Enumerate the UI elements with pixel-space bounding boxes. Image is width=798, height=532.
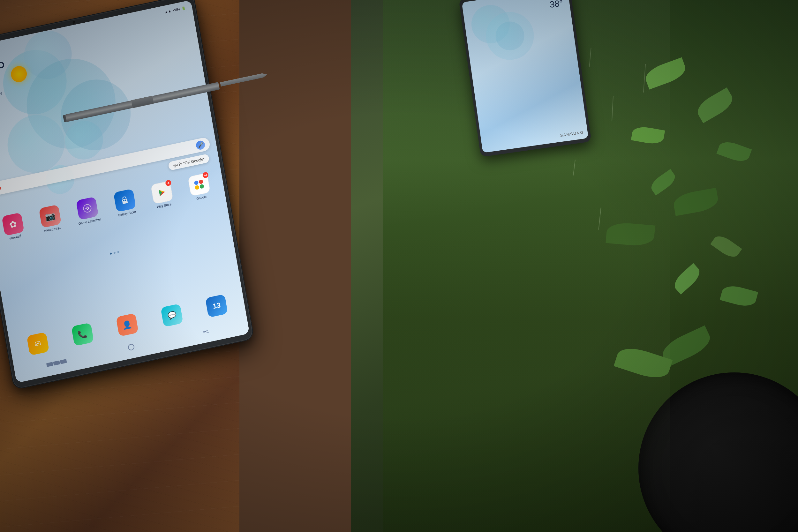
- signal-icon: ▲▲: [164, 9, 171, 14]
- calendar-icon-date: 13: [212, 301, 221, 311]
- app-galaxy-store[interactable]: Galaxy Store: [111, 188, 140, 218]
- google-logo: G: [0, 184, 1, 192]
- home-circle-icon: [127, 343, 135, 351]
- nav-back-button[interactable]: [200, 325, 211, 337]
- play-store-svg: [156, 186, 168, 198]
- app-gallery[interactable]: ✿ แกลเลอรี่: [0, 212, 28, 242]
- secondary-tablet: 38° SAMSUNG: [459, 0, 591, 157]
- app-google[interactable]: 44 Google: [185, 172, 214, 202]
- secondary-tablet-screen: 38°: [462, 0, 589, 153]
- google-dot-blue: [194, 180, 199, 185]
- camera-icon-glyph: 📷: [44, 210, 56, 222]
- leaf-1: [694, 88, 736, 123]
- google-app-label: Google: [196, 195, 207, 201]
- chat-icon-glyph: 💬: [167, 310, 177, 320]
- app-play-store[interactable]: 4 Play Store: [148, 180, 177, 210]
- camera-icon[interactable]: 📷: [39, 205, 61, 228]
- scene-background: 38° SAMSUNG 10:18: [0, 0, 798, 532]
- voice-search-button[interactable]: 🎤: [195, 140, 206, 150]
- gallery-label: แกลเลอรี่: [9, 234, 21, 241]
- app-camera[interactable]: 📷 กล้องถ่ายรูป: [36, 204, 65, 234]
- phone-icon[interactable]: 📞: [71, 323, 94, 346]
- game-launcher-svg: [82, 203, 93, 214]
- back-chevron-icon: [203, 330, 208, 333]
- nav-home-button[interactable]: [126, 341, 137, 353]
- page-dot-1: [110, 252, 112, 255]
- leaf-4: [710, 232, 742, 261]
- google-dot-yellow: [195, 185, 200, 190]
- svg-point-2: [88, 207, 89, 209]
- svg-point-3: [87, 206, 88, 208]
- leaf-11: [648, 169, 678, 195]
- messages-icon-glyph: ✉: [34, 339, 41, 349]
- raindrop-3: [573, 159, 575, 175]
- page-dot-3: [117, 251, 119, 253]
- google-dots-icon: [194, 179, 204, 190]
- leaf-12: [606, 222, 655, 247]
- plant-leaves-area: [383, 0, 798, 532]
- contacts-icon[interactable]: 👤: [116, 313, 138, 337]
- front-camera: [73, 21, 75, 24]
- leaf-13: [671, 263, 703, 294]
- leaf-2: [716, 138, 752, 164]
- play-store-label: Play Store: [157, 202, 172, 209]
- battery-icon: 🔋: [181, 6, 186, 11]
- messages-icon[interactable]: ✉: [26, 332, 49, 356]
- phone-icon-glyph: 📞: [77, 329, 88, 340]
- gallery-icon-glyph: ✿: [8, 218, 17, 230]
- page-dot-2: [113, 252, 116, 254]
- raindrop-5: [598, 207, 601, 230]
- nav-line-2: [53, 360, 60, 365]
- calendar-icon[interactable]: 13: [205, 294, 228, 318]
- galaxy-store-icon[interactable]: [113, 189, 136, 212]
- bg-temperature-display: 38°: [549, 0, 564, 10]
- svg-point-4: [87, 209, 89, 210]
- back-chevron-lower: [203, 331, 208, 333]
- wifi-icon: WiFi: [173, 7, 180, 12]
- leaf-3: [672, 188, 720, 216]
- svg-point-1: [86, 208, 87, 209]
- google-badge: 44: [202, 172, 209, 178]
- gallery-icon[interactable]: ✿: [2, 212, 24, 236]
- app-game-launcher[interactable]: Game Launcher: [73, 196, 102, 226]
- nav-lines-icon: [46, 359, 67, 367]
- raindrop-1: [589, 48, 591, 67]
- raindrop-2: [612, 96, 613, 121]
- status-icons: ▲▲ WiFi 🔋: [164, 6, 186, 14]
- plant-container: [639, 373, 798, 532]
- galaxy-store-svg: [119, 194, 131, 207]
- nav-line-1: [46, 362, 53, 367]
- play-store-icon[interactable]: 4: [150, 180, 173, 204]
- nav-line-3: [60, 359, 67, 364]
- nav-recent-button[interactable]: [51, 357, 62, 368]
- svg-point-0: [83, 204, 92, 213]
- google-dot-green: [200, 184, 204, 189]
- leaf-10: [631, 125, 665, 146]
- leaf-14: [614, 343, 673, 383]
- game-launcher-icon[interactable]: [76, 196, 99, 220]
- chat-icon[interactable]: 💬: [160, 304, 183, 327]
- leaf-5: [643, 57, 688, 90]
- leaf-6: [720, 283, 758, 309]
- contacts-icon-glyph: 👤: [122, 320, 133, 330]
- google-app-icon[interactable]: 44: [188, 173, 210, 196]
- google-dot-red: [198, 179, 203, 185]
